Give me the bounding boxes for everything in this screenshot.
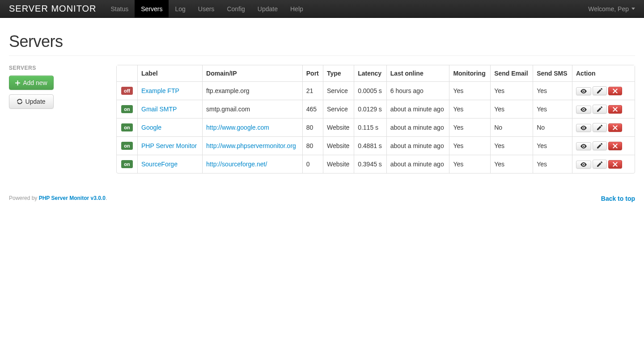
cell-port: 465 [302, 100, 323, 118]
server-label-link[interactable]: SourceForge [141, 161, 178, 168]
add-new-label: Add new [23, 78, 47, 87]
servers-table: Label Domain/IP Port Type Latency Last o… [116, 65, 635, 174]
table-body: offExample FTPftp.example.org21Service0.… [117, 81, 635, 173]
cell-domain: ftp.example.org [202, 81, 302, 100]
view-button[interactable] [576, 161, 591, 169]
table-row: onSourceForgehttp://sourceforge.net/0Web… [117, 155, 635, 173]
page-header: Servers [9, 32, 635, 56]
nav-link[interactable]: Status [105, 0, 135, 18]
navbar: SERVER MONITOR StatusServersLogUsersConf… [0, 0, 644, 18]
domain-link[interactable]: http://www.google.com [206, 124, 269, 131]
footer-period: . [106, 195, 107, 201]
col-port: Port [302, 65, 323, 81]
edit-button[interactable] [593, 86, 607, 95]
cell-port: 21 [302, 81, 323, 100]
cell-monitoring: Yes [449, 155, 490, 173]
domain-link[interactable]: http://sourceforge.net/ [206, 161, 267, 168]
server-label-link[interactable]: Google [141, 124, 161, 131]
cell-send-sms: Yes [533, 100, 572, 118]
nav-item-update[interactable]: Update [251, 0, 284, 17]
cell-send-email: Yes [490, 100, 533, 118]
cell-type: Website [323, 155, 354, 173]
nav-item-users[interactable]: Users [192, 0, 221, 17]
cell-latency: 0.0005 s [354, 81, 386, 100]
cell-domain: http://sourceforge.net/ [202, 155, 302, 173]
pencil-icon [597, 143, 602, 148]
eye-icon [580, 162, 587, 167]
nav-link[interactable]: Config [220, 0, 251, 18]
edit-button[interactable] [593, 141, 607, 150]
delete-button[interactable] [608, 105, 622, 114]
close-icon [613, 162, 618, 167]
cell-domain: http://www.google.com [202, 118, 302, 136]
cell-status: on [117, 136, 137, 155]
status-badge: on [121, 160, 132, 168]
pencil-icon [597, 161, 602, 167]
nav-link[interactable]: Users [192, 0, 221, 18]
table-row: onGmail SMTPsmtp.gmail.com465Service0.01… [117, 100, 635, 118]
view-button[interactable] [576, 124, 591, 132]
domain-link[interactable]: http://www.phpservermonitor.org [206, 142, 296, 149]
edit-button[interactable] [593, 160, 607, 169]
nav-item-help[interactable]: Help [284, 0, 309, 17]
cell-status: on [117, 100, 137, 118]
cell-type: Service [323, 81, 354, 100]
nav-item-servers[interactable]: Servers [135, 0, 169, 17]
cell-send-sms: Yes [533, 155, 572, 173]
nav-left: SERVER MONITOR StatusServersLogUsersConf… [9, 0, 309, 17]
cell-type: Service [323, 100, 354, 118]
footer-left: Powered by PHP Server Monitor v3.0.0. [9, 195, 107, 202]
table-row: offExample FTPftp.example.org21Service0.… [117, 81, 635, 100]
cell-last-online: about a minute ago [386, 155, 449, 173]
nav-link[interactable]: Update [251, 0, 284, 18]
cell-send-email: No [490, 118, 533, 136]
nav-item-config[interactable]: Config [220, 0, 251, 17]
page-title: Servers [9, 32, 635, 51]
sidebar-heading: SERVERS [9, 65, 107, 71]
view-button[interactable] [576, 142, 591, 150]
pencil-icon [597, 125, 602, 130]
server-label-link[interactable]: Gmail SMTP [141, 106, 177, 113]
view-button[interactable] [576, 106, 591, 114]
nav-item-status[interactable]: Status [105, 0, 135, 17]
nav-link[interactable]: Help [284, 0, 309, 18]
view-button[interactable] [576, 87, 591, 95]
cell-status: on [117, 155, 137, 173]
edit-button[interactable] [593, 123, 607, 132]
col-latency: Latency [354, 65, 386, 81]
add-new-button[interactable]: Add new [9, 76, 54, 90]
nav-item-log[interactable]: Log [169, 0, 191, 17]
cell-latency: 0.0129 s [354, 100, 386, 118]
cell-label: SourceForge [137, 155, 202, 173]
pencil-icon [597, 88, 602, 93]
delete-button[interactable] [608, 142, 622, 150]
cell-monitoring: Yes [449, 81, 490, 100]
delete-button[interactable] [608, 87, 622, 95]
footer: Powered by PHP Server Monitor v3.0.0. Ba… [0, 187, 644, 216]
server-label-link[interactable]: PHP Server Monitor [141, 142, 197, 149]
pencil-icon [597, 106, 602, 112]
server-label-link[interactable]: Example FTP [141, 87, 179, 94]
back-to-top-link[interactable]: Back to top [601, 195, 635, 202]
cell-action [572, 155, 635, 173]
col-action: Action [572, 65, 635, 81]
nav-link[interactable]: Log [169, 0, 191, 18]
edit-button[interactable] [593, 105, 607, 114]
nav-items: StatusServersLogUsersConfigUpdateHelp [105, 0, 309, 17]
user-menu[interactable]: Welcome, Pep [588, 5, 635, 13]
close-icon [613, 107, 618, 112]
delete-button[interactable] [608, 160, 622, 169]
delete-button[interactable] [608, 123, 622, 132]
cell-port: 0 [302, 155, 323, 173]
nav-link[interactable]: Servers [135, 0, 169, 18]
cell-send-email: Yes [490, 81, 533, 100]
update-button[interactable]: Update [9, 94, 54, 109]
cell-send-sms: No [533, 118, 572, 136]
table-header-row: Label Domain/IP Port Type Latency Last o… [117, 65, 635, 81]
cell-domain: http://www.phpservermonitor.org [202, 136, 302, 155]
cell-label: Gmail SMTP [137, 100, 202, 118]
brand[interactable]: SERVER MONITOR [9, 4, 97, 14]
sidebar: SERVERS Add new Update [9, 65, 107, 174]
status-badge: on [121, 105, 132, 113]
product-link[interactable]: PHP Server Monitor v3.0.0 [39, 195, 106, 201]
